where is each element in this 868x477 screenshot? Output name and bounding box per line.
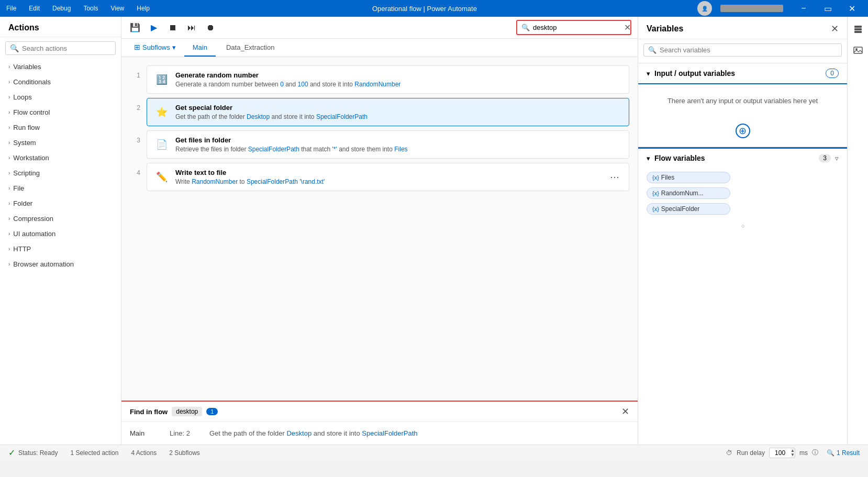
find-panel: Find in flow desktop 1 ✕ Main Line: 2 Ge…	[121, 401, 638, 445]
status-ready: ✓ Status: Ready	[8, 448, 58, 458]
chevron-right-icon: ›	[8, 109, 10, 115]
result-link[interactable]: 🔍 1 Result	[827, 449, 860, 457]
step-more-button[interactable]: ⋯	[608, 169, 621, 185]
status-icon: ✓	[8, 448, 15, 458]
sidebar-item-scripting[interactable]: › Scripting	[0, 165, 121, 181]
clear-search-button[interactable]: ✕	[624, 23, 631, 32]
account-name	[720, 5, 783, 12]
flow-variables-header[interactable]: ▾ Flow variables 3 ▿	[638, 147, 847, 168]
menu-view[interactable]: View	[108, 4, 126, 13]
add-variable-button[interactable]: ⊕	[736, 124, 750, 138]
close-button[interactable]: ✕	[840, 0, 864, 17]
step-desc-1: Generate a random number between 0 and 1…	[175, 81, 621, 88]
minimize-button[interactable]: −	[792, 0, 816, 17]
tab-data-extraction[interactable]: Data_Extraction	[218, 39, 283, 57]
step-content-2: Get special folder Get the path of the f…	[175, 104, 621, 120]
avatar: 👤	[697, 1, 712, 16]
subflows-label: Subflows	[142, 43, 170, 51]
variable-chip-specialfolder[interactable]: {x} SpecialFolder	[647, 203, 730, 215]
result-count: 1 Result	[837, 449, 860, 457]
chevron-right-icon: ›	[8, 201, 10, 206]
save-button[interactable]: 💾	[128, 20, 142, 35]
chevron-right-icon: ›	[8, 94, 10, 100]
search-icon: 🔍	[648, 46, 656, 54]
find-result-desc: Get the path of the folder Desktop and s…	[209, 429, 418, 437]
step-card-1[interactable]: 🔢 Generate random number Generate a rand…	[147, 65, 629, 94]
variable-chip-files[interactable]: {x} Files	[647, 172, 730, 183]
find-in-flow-search[interactable]: 🔍 ✕	[516, 20, 631, 35]
search-actions-input[interactable]	[22, 45, 111, 52]
right-icons-panel	[847, 17, 868, 445]
stop-button[interactable]: ⏹	[165, 20, 180, 35]
sidebar-item-system[interactable]: › System	[0, 135, 121, 150]
spinner-down-button[interactable]: ▼	[791, 453, 795, 457]
sidebar-item-workstation[interactable]: › Workstation	[0, 150, 121, 165]
layers-icon-button[interactable]	[850, 21, 866, 38]
actions-panel: Actions 🔍 › Variables › Conditionals	[0, 17, 121, 445]
sidebar-item-folder[interactable]: › Folder	[0, 196, 121, 211]
find-panel-close-button[interactable]: ✕	[621, 406, 629, 417]
image-icon-button[interactable]	[850, 42, 866, 59]
statusbar: ✓ Status: Ready 1 Selected action 4 Acti…	[0, 445, 868, 460]
app-title: Operational flow | Power Automate	[160, 5, 689, 13]
find-results: Main Line: 2 Get the path of the folder …	[121, 422, 638, 445]
chevron-right-icon: ›	[8, 185, 10, 191]
input-output-section-header[interactable]: ▾ Input / output variables 0	[638, 63, 847, 83]
flow-variables-count: 3	[819, 154, 831, 162]
next-step-button[interactable]: ⏭	[184, 20, 199, 35]
sidebar-item-loops[interactable]: › Loops	[0, 90, 121, 105]
subflows-button[interactable]: ⊞ Subflows ▾	[128, 39, 182, 57]
svg-rect-2	[854, 31, 862, 33]
tab-main[interactable]: Main	[184, 39, 216, 57]
chevron-down-icon: ▾	[172, 43, 176, 51]
sidebar-item-variables[interactable]: › Variables	[0, 59, 121, 74]
sidebar-item-run-flow[interactable]: › Run flow	[0, 120, 121, 135]
step-card-3[interactable]: 📄 Get files in folder Retrieve the files…	[147, 130, 629, 159]
sidebar-item-browser-automation[interactable]: › Browser automation	[0, 257, 121, 272]
statusbar-right: ⏱ Run delay ▲ ▼ ms ⓘ 🔍 1 Result	[726, 448, 860, 458]
sidebar-item-conditionals[interactable]: › Conditionals	[0, 74, 121, 90]
step-card-4[interactable]: ✏️ Write text to file Write RandomNumber…	[147, 163, 629, 191]
sidebar-item-http[interactable]: › HTTP	[0, 241, 121, 257]
sidebar-item-file[interactable]: › File	[0, 181, 121, 196]
record-button[interactable]: ⏺	[203, 20, 218, 35]
table-row: 3 📄 Get files in folder Retrieve the fil…	[130, 130, 629, 159]
chevron-right-icon: ›	[8, 140, 10, 146]
variable-prefix-icon: {x}	[652, 190, 659, 196]
restore-button[interactable]: ▭	[816, 0, 840, 17]
run-delay-input[interactable]	[770, 448, 791, 458]
subflows-count: 2 Subflows	[169, 449, 200, 457]
step-number: 3	[130, 137, 140, 144]
search-variables-input[interactable]	[660, 46, 837, 54]
search-icon: 🔍	[521, 24, 530, 31]
sidebar-item-compression[interactable]: › Compression	[0, 211, 121, 226]
main-container: File Edit Debug Tools View Help Operatio…	[0, 0, 868, 460]
find-in-flow-input[interactable]	[533, 24, 621, 31]
run-button[interactable]: ▶	[147, 20, 161, 35]
menu-debug[interactable]: Debug	[50, 4, 73, 13]
svg-rect-1	[854, 28, 862, 30]
chevron-right-icon: ›	[8, 216, 10, 221]
step-title-4: Write text to file	[175, 169, 602, 176]
menu-file[interactable]: File	[4, 4, 18, 13]
sidebar-item-flow-control[interactable]: › Flow control	[0, 105, 121, 120]
step-number: 2	[130, 104, 140, 112]
menu-tools[interactable]: Tools	[81, 4, 100, 13]
search-icon: 🔍	[10, 44, 19, 52]
step-content-3: Get files in folder Retrieve the files i…	[175, 136, 621, 153]
sidebar-item-ui-automation[interactable]: › UI automation	[0, 226, 121, 241]
variables-close-button[interactable]: ✕	[831, 23, 839, 35]
run-delay-spinner[interactable]: ▲ ▼	[791, 449, 795, 457]
flow-variables-list: {x} Files {x} RandomNum... {x} SpecialFo…	[638, 168, 847, 219]
flow-editor: 💾 ▶ ⏹ ⏭ ⏺ 🔍 ✕ ⊞ Subflows	[121, 17, 638, 445]
variables-search-box[interactable]: 🔍	[643, 43, 842, 57]
filter-icon[interactable]: ▿	[835, 154, 839, 162]
menu-edit[interactable]: Edit	[27, 4, 42, 13]
menu-help[interactable]: Help	[135, 4, 152, 13]
tabs-bar: ⊞ Subflows ▾ Main Data_Extraction	[121, 39, 638, 57]
step-card-2[interactable]: ⭐ Get special folder Get the path of the…	[147, 98, 629, 126]
run-delay-control: ⏱ Run delay ▲ ▼ ms ⓘ	[726, 448, 818, 458]
actions-search-box[interactable]: 🔍	[5, 41, 116, 55]
variable-chip-randomnum[interactable]: {x} RandomNum...	[647, 187, 730, 199]
scroll-down-icon: ⬦	[741, 221, 745, 229]
